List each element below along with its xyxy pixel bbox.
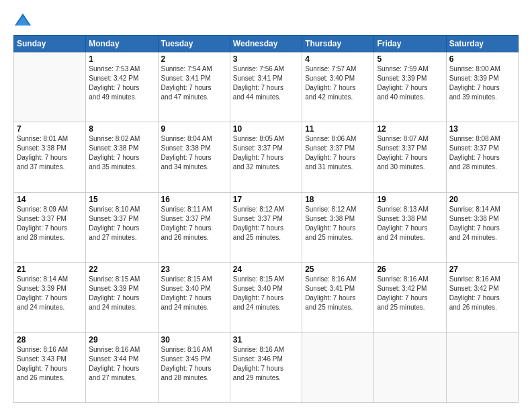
day-info: Sunrise: 7:53 AMSunset: 3:42 PMDaylight:…	[89, 64, 154, 102]
calendar-cell: 5Sunrise: 7:59 AMSunset: 3:39 PMDaylight…	[374, 52, 446, 122]
calendar-week-1: 1Sunrise: 7:53 AMSunset: 3:42 PMDaylight…	[14, 52, 519, 122]
calendar-cell: 10Sunrise: 8:05 AMSunset: 3:37 PMDayligh…	[230, 122, 302, 192]
day-number: 15	[89, 195, 154, 204]
day-info: Sunrise: 8:14 AMSunset: 3:38 PMDaylight:…	[449, 205, 515, 242]
calendar-cell: 4Sunrise: 7:57 AMSunset: 3:40 PMDaylight…	[302, 52, 374, 122]
day-info: Sunrise: 8:16 AMSunset: 3:42 PMDaylight:…	[449, 275, 515, 312]
day-number: 8	[89, 124, 154, 134]
day-number: 31	[233, 335, 299, 345]
calendar-cell: 28Sunrise: 8:16 AMSunset: 3:43 PMDayligh…	[14, 332, 86, 402]
calendar-header-row: SundayMondayTuesdayWednesdayThursdayFrid…	[14, 36, 519, 52]
calendar-header-wednesday: Wednesday	[230, 36, 302, 52]
calendar-cell: 7Sunrise: 8:01 AMSunset: 3:38 PMDaylight…	[14, 122, 86, 192]
calendar-header-thursday: Thursday	[302, 36, 374, 52]
day-info: Sunrise: 8:11 AMSunset: 3:37 PMDaylight:…	[161, 205, 227, 242]
calendar-cell: 20Sunrise: 8:14 AMSunset: 3:38 PMDayligh…	[446, 192, 518, 262]
calendar-cell: 18Sunrise: 8:12 AMSunset: 3:38 PMDayligh…	[302, 192, 374, 262]
calendar-cell: 17Sunrise: 8:12 AMSunset: 3:37 PMDayligh…	[230, 192, 302, 262]
day-number: 2	[161, 54, 227, 64]
day-number: 28	[17, 335, 83, 345]
calendar-cell: 14Sunrise: 8:09 AMSunset: 3:37 PMDayligh…	[14, 192, 86, 262]
calendar-cell	[14, 52, 86, 122]
day-info: Sunrise: 8:12 AMSunset: 3:37 PMDaylight:…	[233, 205, 299, 242]
day-number: 27	[449, 265, 515, 274]
day-info: Sunrise: 7:57 AMSunset: 3:40 PMDaylight:…	[305, 64, 371, 102]
day-number: 11	[305, 124, 371, 134]
calendar-body: 1Sunrise: 7:53 AMSunset: 3:42 PMDaylight…	[14, 52, 519, 403]
day-info: Sunrise: 7:59 AMSunset: 3:39 PMDaylight:…	[377, 64, 443, 102]
calendar-cell: 16Sunrise: 8:11 AMSunset: 3:37 PMDayligh…	[158, 192, 230, 262]
day-number: 16	[161, 195, 227, 204]
day-number: 10	[233, 124, 299, 134]
day-info: Sunrise: 8:15 AMSunset: 3:40 PMDaylight:…	[161, 275, 227, 312]
day-number: 23	[161, 265, 227, 274]
calendar-cell: 2Sunrise: 7:54 AMSunset: 3:41 PMDaylight…	[158, 52, 230, 122]
day-number: 13	[449, 124, 515, 134]
day-info: Sunrise: 8:15 AMSunset: 3:39 PMDaylight:…	[89, 275, 154, 312]
logo	[13, 11, 35, 30]
day-info: Sunrise: 8:08 AMSunset: 3:37 PMDaylight:…	[449, 134, 515, 172]
day-info: Sunrise: 8:13 AMSunset: 3:38 PMDaylight:…	[377, 205, 443, 242]
day-number: 22	[89, 265, 154, 274]
calendar-cell: 21Sunrise: 8:14 AMSunset: 3:39 PMDayligh…	[14, 263, 86, 332]
calendar-cell: 13Sunrise: 8:08 AMSunset: 3:37 PMDayligh…	[446, 122, 518, 192]
day-number: 3	[233, 54, 299, 64]
day-number: 14	[17, 195, 83, 204]
day-info: Sunrise: 7:54 AMSunset: 3:41 PMDaylight:…	[161, 64, 227, 102]
day-info: Sunrise: 8:16 AMSunset: 3:41 PMDaylight:…	[305, 275, 371, 312]
calendar-header-friday: Friday	[374, 36, 446, 52]
day-number: 26	[377, 265, 443, 274]
calendar-cell: 26Sunrise: 8:16 AMSunset: 3:42 PMDayligh…	[374, 263, 446, 332]
day-number: 20	[449, 195, 515, 204]
logo-icon	[13, 11, 32, 30]
day-info: Sunrise: 8:09 AMSunset: 3:37 PMDaylight:…	[17, 205, 83, 242]
day-number: 30	[161, 335, 227, 345]
calendar-cell: 11Sunrise: 8:06 AMSunset: 3:37 PMDayligh…	[302, 122, 374, 192]
day-number: 4	[305, 54, 371, 64]
day-number: 9	[161, 124, 227, 134]
day-number: 19	[377, 195, 443, 204]
calendar-header-saturday: Saturday	[446, 36, 518, 52]
day-info: Sunrise: 8:01 AMSunset: 3:38 PMDaylight:…	[17, 134, 83, 172]
day-number: 1	[89, 54, 154, 64]
day-info: Sunrise: 8:16 AMSunset: 3:46 PMDaylight:…	[233, 345, 299, 383]
day-number: 7	[17, 124, 83, 134]
calendar-cell	[446, 332, 518, 402]
day-info: Sunrise: 8:02 AMSunset: 3:38 PMDaylight:…	[89, 134, 154, 172]
day-info: Sunrise: 8:12 AMSunset: 3:38 PMDaylight:…	[305, 205, 371, 242]
calendar-cell: 31Sunrise: 8:16 AMSunset: 3:46 PMDayligh…	[230, 332, 302, 402]
calendar-header-monday: Monday	[86, 36, 158, 52]
day-number: 24	[233, 265, 299, 274]
calendar-cell: 1Sunrise: 7:53 AMSunset: 3:42 PMDaylight…	[86, 52, 158, 122]
calendar-week-2: 7Sunrise: 8:01 AMSunset: 3:38 PMDaylight…	[14, 122, 519, 192]
calendar-week-4: 21Sunrise: 8:14 AMSunset: 3:39 PMDayligh…	[14, 263, 519, 332]
day-number: 6	[449, 54, 515, 64]
day-info: Sunrise: 8:05 AMSunset: 3:37 PMDaylight:…	[233, 134, 299, 172]
calendar-cell: 8Sunrise: 8:02 AMSunset: 3:38 PMDaylight…	[86, 122, 158, 192]
calendar-cell: 23Sunrise: 8:15 AMSunset: 3:40 PMDayligh…	[158, 263, 230, 332]
calendar-week-5: 28Sunrise: 8:16 AMSunset: 3:43 PMDayligh…	[14, 332, 519, 402]
day-info: Sunrise: 8:16 AMSunset: 3:42 PMDaylight:…	[377, 275, 443, 312]
calendar-table: SundayMondayTuesdayWednesdayThursdayFrid…	[13, 35, 519, 403]
calendar-cell	[302, 332, 374, 402]
calendar-cell: 3Sunrise: 7:56 AMSunset: 3:41 PMDaylight…	[230, 52, 302, 122]
day-number: 25	[305, 265, 371, 274]
calendar-cell: 6Sunrise: 8:00 AMSunset: 3:39 PMDaylight…	[446, 52, 518, 122]
day-number: 5	[377, 54, 443, 64]
calendar-cell: 22Sunrise: 8:15 AMSunset: 3:39 PMDayligh…	[86, 263, 158, 332]
day-info: Sunrise: 8:00 AMSunset: 3:39 PMDaylight:…	[449, 64, 515, 102]
day-info: Sunrise: 8:16 AMSunset: 3:45 PMDaylight:…	[161, 345, 227, 383]
day-number: 21	[17, 265, 83, 274]
calendar-week-3: 14Sunrise: 8:09 AMSunset: 3:37 PMDayligh…	[14, 192, 519, 262]
day-info: Sunrise: 8:14 AMSunset: 3:39 PMDaylight:…	[17, 275, 83, 312]
calendar-cell: 12Sunrise: 8:07 AMSunset: 3:37 PMDayligh…	[374, 122, 446, 192]
calendar-cell: 15Sunrise: 8:10 AMSunset: 3:37 PMDayligh…	[86, 192, 158, 262]
day-info: Sunrise: 8:10 AMSunset: 3:37 PMDaylight:…	[89, 205, 154, 242]
day-info: Sunrise: 8:16 AMSunset: 3:44 PMDaylight:…	[89, 345, 154, 383]
day-info: Sunrise: 8:07 AMSunset: 3:37 PMDaylight:…	[377, 134, 443, 172]
day-number: 17	[233, 195, 299, 204]
calendar-cell: 25Sunrise: 8:16 AMSunset: 3:41 PMDayligh…	[302, 263, 374, 332]
calendar-cell: 24Sunrise: 8:15 AMSunset: 3:40 PMDayligh…	[230, 263, 302, 332]
calendar-cell: 29Sunrise: 8:16 AMSunset: 3:44 PMDayligh…	[86, 332, 158, 402]
calendar-cell: 30Sunrise: 8:16 AMSunset: 3:45 PMDayligh…	[158, 332, 230, 402]
